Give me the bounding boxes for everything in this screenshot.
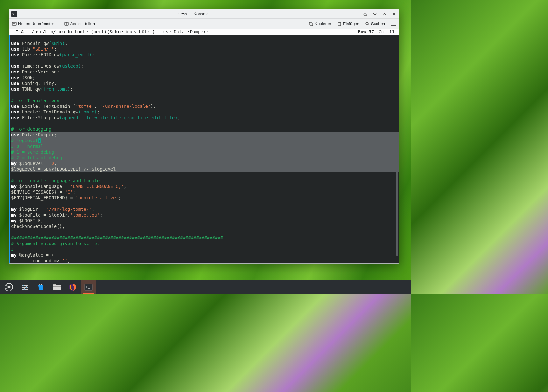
search-icon <box>365 22 369 26</box>
taskbar-discover-button[interactable] <box>33 280 48 294</box>
paste-button[interactable]: Einfügen <box>337 21 359 26</box>
new-subwindow-button[interactable]: Neues Unterfenster ⌄ <box>12 21 59 26</box>
status-mode: I A <box>10 29 24 35</box>
firefox-icon <box>68 283 77 292</box>
start-menu-button[interactable] <box>1 280 17 294</box>
status-readonly: (Schreibgeschützt) <box>107 29 155 35</box>
status-row-label: Row <box>358 29 366 34</box>
status-col-val: 11 <box>389 29 395 34</box>
taskbar-files-button[interactable] <box>49 280 64 294</box>
svg-rect-12 <box>53 284 56 285</box>
new-subwindow-label: Neues Unterfenster <box>18 21 54 26</box>
paste-label: Einfügen <box>343 21 359 26</box>
status-path: /usr/bin/tuxedo-tomte <box>32 29 88 35</box>
copy-button[interactable]: Kopieren <box>309 21 331 26</box>
chevron-down-icon: ⌄ <box>56 22 59 25</box>
titlebar[interactable]: >_ ~ : less — Konsole <box>9 9 399 19</box>
sliders-icon <box>20 283 29 292</box>
svg-rect-3 <box>310 23 313 26</box>
svg-point-10 <box>24 289 25 290</box>
minimize-icon[interactable] <box>372 11 377 17</box>
close-icon[interactable] <box>391 11 397 17</box>
chevron-down-icon: ⌄ <box>97 22 99 25</box>
terminal-area[interactable]: I A /usr/bin/tuxedo-tomte (perl)(Schreib… <box>9 29 399 263</box>
split-view-button[interactable]: Ansicht teilen ⌄ <box>64 21 99 26</box>
toolbar: Neues Unterfenster ⌄ Ansicht teilen ⌄ Ko… <box>9 19 399 29</box>
status-row-val: 57 <box>369 29 374 34</box>
search-label: Suchen <box>371 21 385 26</box>
split-icon <box>64 22 69 26</box>
paste-icon <box>337 22 341 26</box>
konsole-window-icon: >_ <box>11 11 17 17</box>
status-col-label: Col <box>378 29 386 34</box>
folder-icon <box>52 283 61 292</box>
code-view: use FindBin qw($Bin); use lib "$Bin/."; … <box>10 35 399 263</box>
svg-rect-13 <box>53 286 61 287</box>
svg-rect-2 <box>309 22 312 25</box>
taskbar <box>0 280 411 294</box>
status-lang: (perl) <box>91 29 107 35</box>
terminal-icon <box>84 283 93 292</box>
svg-rect-15 <box>85 284 92 290</box>
svg-point-9 <box>26 287 27 288</box>
svg-point-8 <box>23 285 24 286</box>
new-tab-icon <box>12 22 17 26</box>
copy-icon <box>309 22 313 26</box>
start-menu-icon <box>4 283 13 292</box>
editor-status-line: I A /usr/bin/tuxedo-tomte (perl)(Schreib… <box>9 29 399 35</box>
split-view-label: Ansicht teilen <box>70 21 95 26</box>
copy-label: Kopieren <box>315 21 331 26</box>
svg-point-6 <box>366 22 368 25</box>
shopping-bag-icon <box>36 283 45 292</box>
taskbar-konsole-button[interactable] <box>81 280 96 294</box>
svg-rect-11 <box>53 285 61 290</box>
maximize-icon[interactable] <box>382 11 387 17</box>
svg-rect-0 <box>12 22 16 25</box>
hamburger-menu-button[interactable] <box>391 22 396 26</box>
search-button[interactable]: Suchen <box>365 21 385 26</box>
svg-rect-4 <box>338 22 341 26</box>
taskbar-firefox-button[interactable] <box>65 280 80 294</box>
konsole-window: >_ ~ : less — Konsole Neues Unterfenster… <box>9 9 399 264</box>
window-title: ~ : less — Konsole <box>20 11 363 16</box>
taskbar-settings-button[interactable] <box>17 280 32 294</box>
keep-above-icon[interactable] <box>363 11 368 17</box>
status-decl: use Data::Dumper; <box>163 29 209 35</box>
